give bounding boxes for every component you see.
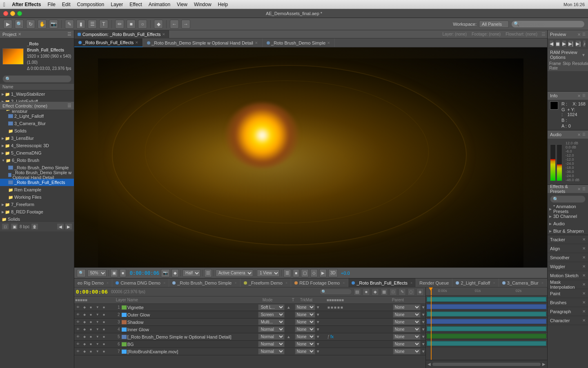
tool-camera[interactable]: 📷 <box>49 20 58 29</box>
motion-sketch-panel[interactable]: Motion Sketch ✕ <box>548 271 588 280</box>
viewer-magnify-btn[interactable]: 🔍 <box>77 269 86 277</box>
layer-4-mode-select[interactable]: Normal <box>258 326 285 332</box>
viewer-props-btn[interactable]: ◇ <box>310 269 318 277</box>
layer-row-5[interactable]: 👁 ◆ ■ ▼ ■ 5 [_Roto Brush_Demo Simple w O… <box>74 333 425 341</box>
effect-controls-menu[interactable]: ☰ <box>67 103 71 108</box>
minimize-button[interactable] <box>10 11 15 16</box>
layer-1-trk-select[interactable]: None <box>295 304 315 310</box>
tree-item-freeform[interactable]: ▶ 📁 7_Freeform <box>0 201 74 208</box>
solo-icon[interactable]: ◆ <box>82 334 87 340</box>
effect-cat-audio[interactable]: ▶ Audio <box>548 220 588 227</box>
layer-1-name[interactable]: Vignette <box>127 305 258 310</box>
next-btn[interactable]: ▶ <box>65 223 72 230</box>
close-button[interactable] <box>3 11 8 16</box>
layer-5-mode-select[interactable]: Normal <box>258 334 285 340</box>
tool-rotate[interactable]: ↻ <box>26 20 35 29</box>
lock-icon[interactable]: ■ <box>88 327 94 332</box>
layer-1-mode-select[interactable]: Soft L... <box>258 304 285 310</box>
viewer-grid-btn[interactable]: ☷ <box>204 269 212 277</box>
tracker-close[interactable]: ✕ <box>582 237 586 242</box>
shy-icon[interactable]: ▼ <box>95 312 100 318</box>
tree-item-redfootage[interactable]: ▶ 📁 8_RED Footage <box>0 208 74 215</box>
effects-search-input[interactable] <box>550 195 586 203</box>
tl-tab-redfootage[interactable]: RED Footage Demo × <box>291 278 348 287</box>
effect-cat-blur[interactable]: ▶ Blur & Sharpen <box>548 227 588 235</box>
view-tab-rotohand[interactable]: _Roto Brush_Demo Simple w Optional Hand … <box>143 38 263 47</box>
info-close[interactable]: ✕ <box>577 94 581 98</box>
solo-icon[interactable]: ◆ <box>82 305 87 310</box>
layer-3-parent-select[interactable]: None <box>393 319 421 325</box>
layer-2-mode-select[interactable]: Screen <box>258 312 285 318</box>
tl-tab-eorigdemo[interactable]: eo Rig Demo × <box>74 278 112 287</box>
layer-3-mode-select[interactable]: Multi... <box>258 319 285 325</box>
layer-5-trk-select[interactable]: None <box>295 334 315 340</box>
menu-view[interactable]: View <box>177 2 187 7</box>
layer-row-7[interactable]: 👁 ◆ ■ ▼ ■ 7 [RotoBrushExample.mov] Norma… <box>74 348 425 355</box>
undo-btn[interactable]: ← <box>170 20 179 29</box>
tool-hand[interactable]: ✋ <box>38 20 47 29</box>
visibility-icon[interactable]: 👁 <box>75 334 81 340</box>
info-header[interactable]: Info ✕ ☰ <box>548 92 588 100</box>
lock-icon[interactable]: ■ <box>88 341 94 347</box>
paint-panel[interactable]: Paint ✕ <box>548 289 588 298</box>
solo-icon[interactable]: ◆ <box>82 327 87 332</box>
paragraph-panel[interactable]: Paragraph ✕ <box>548 307 588 316</box>
collapse-icon[interactable]: ■ <box>101 349 107 355</box>
tool-extra[interactable]: ◆ <box>154 20 163 29</box>
tl-tab-close[interactable]: × <box>343 281 345 285</box>
tool-paint[interactable]: ✏ <box>115 20 124 29</box>
tl-tab-lightfalloff[interactable]: 2_Light_Falloff × <box>452 278 499 287</box>
viewer-3d-btn[interactable]: 3D <box>328 269 338 277</box>
visibility-icon[interactable]: 👁 <box>75 349 81 355</box>
lock-icon[interactable]: ■ <box>88 349 94 355</box>
project-panel-menu[interactable]: ☰ <box>67 31 71 37</box>
tool-puppet[interactable]: ○ <box>138 20 147 29</box>
wiggler-panel[interactable]: Wiggler ✕ <box>548 262 588 271</box>
comp-header-menu[interactable]: ☰ <box>540 31 547 37</box>
tl-tab-freeform[interactable]: _Freeform Demo × <box>241 278 291 287</box>
layer-6-parent-select[interactable]: None <box>393 341 421 347</box>
tl-roto-btn[interactable]: ✎ <box>399 288 406 296</box>
viewer-channels-btn[interactable]: ■ <box>293 269 299 277</box>
lock-icon[interactable]: ■ <box>88 305 94 310</box>
tl-tab-rotofull[interactable]: _Roto Brush_Full_Effects × <box>348 278 416 287</box>
layer-6-mode-select[interactable]: Normal <box>258 341 285 347</box>
visibility-icon[interactable]: 👁 <box>75 327 81 332</box>
new-folder-btn[interactable]: □ <box>2 223 9 230</box>
tl-scrollbar-track[interactable] <box>432 363 541 366</box>
tree-item-stereoscopic[interactable]: ▶ 📁 4_Stereoscopic 3D <box>0 142 74 149</box>
viewer-masks-btn[interactable]: ▢ <box>301 269 309 277</box>
trash-btn[interactable]: 🗑 <box>31 223 38 230</box>
viewer-render-btn[interactable]: ▶ <box>319 269 327 277</box>
viewer-camera-btn[interactable]: 📷 <box>161 269 170 277</box>
tl-tab-camerablur[interactable]: 3_Camera_Blur × <box>499 278 547 287</box>
layer-2-trk-select[interactable]: None <box>295 312 315 318</box>
tl-tab-renderqueue[interactable]: Render Queue <box>416 278 452 287</box>
motion-sketch-close[interactable]: ✕ <box>582 273 586 278</box>
preview-audio-btn[interactable]: ♪ <box>583 40 586 47</box>
tree-item-cinemadng[interactable]: ▶ 📁 5_CinemaDNG <box>0 149 74 157</box>
tl-tab-rotosimple[interactable]: _Roto Brush_Demo Simple × <box>169 278 241 287</box>
tl-paint-btn[interactable]: ◌ <box>408 288 415 296</box>
lock-icon[interactable]: ■ <box>88 319 94 325</box>
collapse-icon[interactable]: ■ <box>101 334 107 340</box>
menu-window[interactable]: Window <box>194 2 212 7</box>
layer-7-trk-select[interactable]: None <box>295 348 315 355</box>
solo-icon[interactable]: ◆ <box>82 341 87 347</box>
tl-tab-cinemadng[interactable]: Cinema DNG Demo × <box>112 278 169 287</box>
lock-icon[interactable]: ■ <box>88 334 94 340</box>
preview-prev-btn[interactable]: ◀ <box>549 40 554 47</box>
viewer-layers-btn[interactable]: ☰ <box>283 269 291 277</box>
collapse-icon[interactable]: ■ <box>101 319 107 325</box>
redo-btn[interactable]: → <box>181 20 190 29</box>
tree-item-workingfiles[interactable]: 📁 Working Files <box>0 193 74 201</box>
tl-bars[interactable] <box>426 296 547 360</box>
preview-header[interactable]: Preview ✕ ☰ <box>548 30 588 38</box>
prev-btn[interactable]: ◀ <box>57 223 64 230</box>
tl-graph-btn[interactable]: ▦ <box>381 288 388 296</box>
visibility-icon[interactable]: 👁 <box>75 312 81 318</box>
layer-2-name[interactable]: Outer Glow <box>127 312 258 317</box>
shy-icon[interactable]: ▼ <box>95 349 100 355</box>
layer-5-name[interactable]: [_Roto Brush_Demo Simple w Optional Hand… <box>127 334 258 339</box>
menu-edit[interactable]: Edit <box>62 2 71 7</box>
